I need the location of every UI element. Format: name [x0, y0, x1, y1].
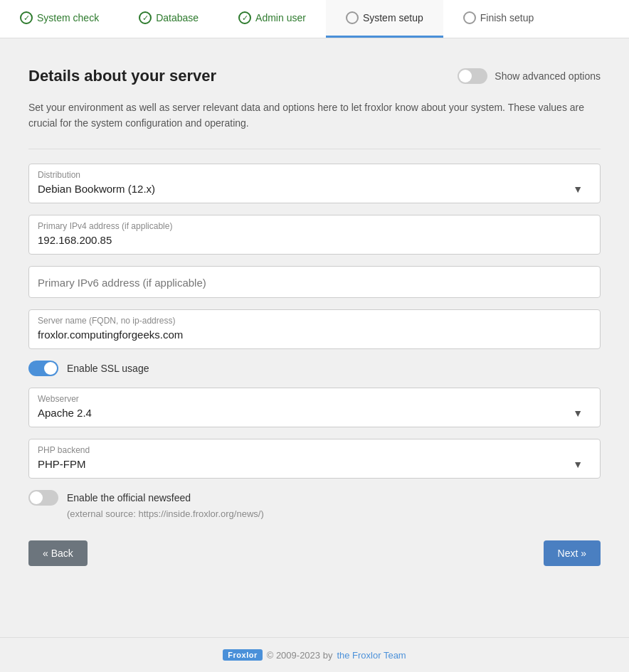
back-button[interactable]: « Back — [28, 540, 88, 566]
ipv4-input[interactable] — [38, 234, 591, 246]
distribution-select-wrapper: Debian Bookworm (12.x) Debian Bullseye (… — [38, 183, 591, 196]
admin-user-icon: ✓ — [238, 11, 251, 24]
newsfeed-sublabel: (external source: https://inside.froxlor… — [67, 508, 601, 519]
ssl-slider — [28, 361, 58, 376]
tab-system-setup-label: System setup — [363, 12, 423, 23]
php-backend-group: PHP backend PHP-FPM mod_php FCGI ▼ — [28, 439, 601, 479]
system-setup-icon — [346, 11, 359, 24]
newsfeed-toggle[interactable] — [28, 490, 58, 506]
ipv4-label: Primary IPv4 address (if applicable) — [38, 221, 591, 231]
tab-database-label: Database — [156, 12, 199, 23]
webserver-select-wrapper: Apache 2.4 nginx lighttpd ▼ — [38, 407, 591, 420]
webserver-label: Webserver — [38, 394, 591, 404]
page-description: Set your environment as well as server r… — [28, 100, 601, 132]
tab-system-check-label: System check — [37, 12, 99, 23]
footer-copyright: © 2009-2023 by — [267, 650, 333, 661]
newsfeed-slider — [28, 490, 58, 506]
main-content: Details about your server Show advanced … — [0, 38, 629, 637]
distribution-field: Distribution Debian Bookworm (12.x) Debi… — [28, 164, 601, 203]
tab-finish-setup-label: Finish setup — [480, 12, 534, 23]
advanced-options-label: Show advanced options — [495, 70, 601, 82]
finish-setup-icon — [463, 11, 476, 24]
advanced-options-toggle[interactable] — [458, 68, 487, 84]
tab-admin-user-label: Admin user — [255, 12, 306, 23]
system-check-icon: ✓ — [20, 11, 33, 24]
tab-finish-setup[interactable]: Finish setup — [443, 0, 554, 38]
database-icon: ✓ — [139, 11, 152, 24]
webserver-select[interactable]: Apache 2.4 nginx lighttpd — [38, 407, 591, 419]
froxlor-brand-badge: Froxlor — [223, 649, 262, 661]
tab-system-setup[interactable]: System setup — [326, 0, 443, 38]
servername-label: Server name (FQDN, no ip-address) — [38, 316, 591, 326]
ipv6-field — [28, 266, 601, 298]
tab-system-check[interactable]: ✓ System check — [0, 0, 119, 38]
webserver-field: Webserver Apache 2.4 nginx lighttpd ▼ — [28, 388, 601, 427]
ipv6-input[interactable] — [38, 272, 591, 290]
servername-field: Server name (FQDN, no ip-address) — [28, 309, 601, 349]
tab-database[interactable]: ✓ Database — [119, 0, 218, 38]
next-button[interactable]: Next » — [544, 540, 601, 566]
php-backend-field: PHP backend PHP-FPM mod_php FCGI ▼ — [28, 439, 601, 479]
page-header: Details about your server Show advanced … — [28, 67, 601, 85]
newsfeed-row: Enable the official newsfeed (external s… — [28, 490, 601, 519]
footer-buttons: « Back Next » — [28, 540, 601, 566]
page-title: Details about your server — [28, 67, 216, 85]
footer-logo: Froxlor © 2009-2023 by the Froxlor Team — [223, 649, 406, 661]
newsfeed-label: Enable the official newsfeed — [67, 492, 191, 503]
php-backend-select[interactable]: PHP-FPM mod_php FCGI — [38, 458, 591, 470]
ipv6-group — [28, 266, 601, 298]
ssl-toggle[interactable] — [28, 361, 58, 376]
advanced-options-slider — [458, 68, 487, 84]
ipv4-field: Primary IPv4 address (if applicable) — [28, 215, 601, 255]
servername-group: Server name (FQDN, no ip-address) — [28, 309, 601, 349]
webserver-group: Webserver Apache 2.4 nginx lighttpd ▼ — [28, 388, 601, 427]
wizard-nav: ✓ System check ✓ Database ✓ Admin user S… — [0, 0, 629, 38]
footer-team-link[interactable]: the Froxlor Team — [337, 650, 406, 661]
php-backend-label: PHP backend — [38, 445, 591, 455]
servername-input[interactable] — [38, 329, 591, 341]
php-backend-select-wrapper: PHP-FPM mod_php FCGI ▼ — [38, 458, 591, 471]
distribution-select[interactable]: Debian Bookworm (12.x) Debian Bullseye (… — [38, 183, 591, 195]
ssl-row: Enable SSL usage — [28, 361, 601, 376]
section-divider — [28, 149, 601, 149]
ssl-label: Enable SSL usage — [67, 363, 149, 374]
distribution-group: Distribution Debian Bookworm (12.x) Debi… — [28, 164, 601, 203]
distribution-label: Distribution — [38, 170, 591, 180]
newsfeed-toggle-line: Enable the official newsfeed — [28, 490, 601, 506]
advanced-options-row: Show advanced options — [458, 68, 601, 84]
tab-admin-user[interactable]: ✓ Admin user — [218, 0, 326, 38]
ipv4-group: Primary IPv4 address (if applicable) — [28, 215, 601, 255]
page-footer: Froxlor © 2009-2023 by the Froxlor Team — [0, 637, 629, 672]
